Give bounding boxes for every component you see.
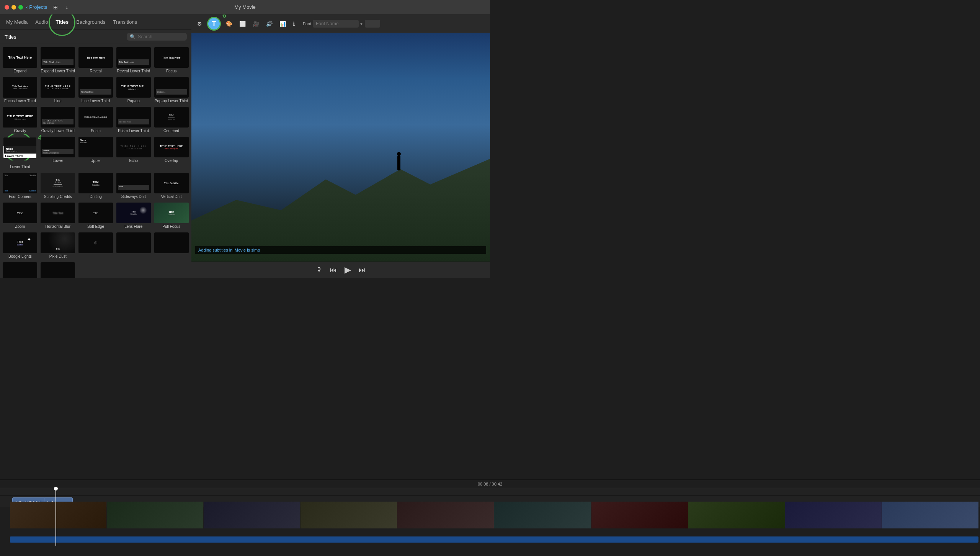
tab-titles[interactable]: Titles [56,18,69,26]
extra5-thumb [41,262,75,278]
boogie-thumb: Title Subtitle ✦ [3,232,37,253]
title-item-expand[interactable]: Title Text Here Expand [2,46,39,75]
tab-transitions[interactable]: Transitions [113,18,137,26]
toolbar-camera-button[interactable]: 🎥 [251,20,261,28]
toolbar-settings-button[interactable]: ⚙ [195,20,204,28]
vertical-drift-thumb: Title Subtitle [154,173,189,193]
toolbar-audio-button[interactable]: 🔊 [264,20,274,28]
title-item-expand-lower[interactable]: Title Text Here Expand Lower Third [39,46,77,75]
maximize-button[interactable] [18,5,23,10]
close-button[interactable] [5,5,9,10]
pixie-thumb: Title [41,232,75,253]
title-item-extra3[interactable] [153,231,190,260]
skip-back-button[interactable]: ⏮ [330,266,337,274]
title-item-focus[interactable]: Title Text Here Focus [153,46,190,75]
title-item-horizontal-blur[interactable]: Title Text Horizontal Blur [39,201,77,230]
tab-audio[interactable]: Audio [35,18,48,26]
prism-label: Prism [91,129,101,133]
titles-tab-wrapper: 3 Titles [56,18,69,26]
toolbar-info-button[interactable]: ℹ [291,20,297,28]
search-icon: 🔍 [130,34,136,39]
title-item-sideways[interactable]: Title — — — Sideways Drift [115,171,152,200]
title-item-centered[interactable]: Title — — — Centered [153,105,190,134]
title-item-lower-third[interactable]: 4 Name Description Lower Third [2,135,39,170]
title-item-upper[interactable]: Name title text Upper [77,135,114,170]
title-item-focus-lower[interactable]: Title Text Here Title Text Here Focus Lo… [2,75,39,105]
projects-back-button[interactable]: ‹ Projects [26,4,47,10]
title-item-prism-lower[interactable]: Title Text Here Prism Lower Third [115,105,152,134]
font-dropdown-arrow[interactable]: ▼ [359,22,363,26]
toggle-filmstrip-button[interactable]: ⊞ [52,3,59,11]
font-label: Font [303,21,311,26]
title-item-reveal[interactable]: Title Text Here Reveal [77,46,114,75]
tab-my-media[interactable]: My Media [6,18,28,26]
right-toolbar: ⚙ 6 T 🎨 ⬜ 🎥 🔊 📊 ℹ Font ▼ [191,15,490,33]
title-item-line-lower[interactable]: Title Text Here Line Lower Third [77,75,114,105]
download-button[interactable]: ↓ [64,3,70,11]
lower-label: Lower [53,159,63,163]
title-item-reveal-lower[interactable]: Title Text Here Reveal Lower Third [115,46,152,75]
text-format-button[interactable]: T [207,17,221,31]
title-item-zoom[interactable]: Title Zoom [2,201,39,230]
line-lower-label: Line Lower Third [82,99,110,103]
popup-lower-thumb: title text ... [154,77,189,98]
title-item-drifting[interactable]: Title Subtitle Drifting [77,171,114,200]
skip-forward-button[interactable]: ⏭ [359,266,366,274]
title-item-boogie[interactable]: Title Subtitle ✦ Boogie Lights [2,231,39,260]
step6-badge: 6 [222,15,226,20]
title-item-popup[interactable]: TITLE TEXT ME... title text ... Pop-up [115,75,152,105]
sideways-thumb: Title — — — [116,173,151,193]
title-item-popup-lower[interactable]: title text ... Pop-up Lower Third [153,75,190,105]
soft-edge-thumb: Title [78,203,113,223]
search-input[interactable] [138,34,184,39]
title-item-line[interactable]: TITLE TEXT HERE TITLE TEXT HERE Line [39,75,77,105]
prism-lower-label: Prism Lower Third [118,129,149,133]
extra2-thumb [116,232,151,253]
extra1-thumb: ⊕ [78,232,113,253]
lower-third-label: Lower Third [10,165,30,169]
video-preview: Adding subtitles in iMovie is simp [191,33,490,262]
tab-backgrounds[interactable]: Backgrounds [76,18,105,26]
focus-lower-thumb: Title Text Here Title Text Here [3,77,37,98]
expand-label: Expand [13,69,26,73]
title-item-extra1[interactable]: ⊕ [77,231,114,260]
projects-label: Projects [29,4,47,10]
titles-grid: Title Text Here Expand Title Text Here E… [0,44,191,278]
title-item-vertical-drift[interactable]: Title Subtitle Vertical Drift [153,171,190,200]
title-item-lower[interactable]: Name Name/Description Lower [39,135,77,170]
title-item-overlap[interactable]: TITLE TEXT HERE Red Description Overlap [153,135,190,170]
title-item-gravity[interactable]: TITLE TEXT HERE title text here Gravity [2,105,39,134]
echo-thumb: Title Text Here Title Text Here [116,137,151,157]
overlap-label: Overlap [165,159,178,163]
title-item-lens-flare[interactable]: Title Subtitle Lens Flare [115,201,152,230]
title-item-echo[interactable]: Title Text Here Title Text Here Echo [115,135,152,170]
toolbar-theme-button[interactable]: 🎨 [224,20,234,28]
popup-lower-label: Pop-up Lower Third [155,99,188,103]
play-button[interactable]: ▶ [345,265,351,275]
vertical-drift-label: Vertical Drift [161,195,182,199]
search-box: 🔍 [127,33,187,41]
scrolling-thumb: Title Subtitle — credits — [41,173,75,193]
font-name-input[interactable] [313,20,359,28]
minimize-button[interactable] [11,5,16,10]
title-item-soft-edge[interactable]: Title Soft Edge [77,201,114,230]
reveal-label: Reveal [90,69,101,73]
title-item-pixie[interactable]: Title Pixie Dust [39,231,77,260]
title-item-four-corners[interactable]: Title Subtitle Title Subtitle Four Corne… [2,171,39,200]
scrolling-label: Scrolling Credits [44,195,72,199]
title-item-extra5[interactable] [39,261,77,278]
toolbar-chart-button[interactable]: 📊 [278,20,288,28]
title-item-pull-focus[interactable]: Title Subtitle Pull Focus [153,201,190,230]
font-name-dropdown[interactable]: ▼ [313,20,363,28]
mic-button[interactable]: 🎙 [316,267,322,273]
title-item-gravity-lower[interactable]: TITLE TEXT HERE title text here Gravity … [39,105,77,134]
font-size-input[interactable]: 56 [365,20,380,28]
title-item-extra4[interactable] [2,261,39,278]
title-item-scrolling[interactable]: Title Subtitle — credits — Scrolling Cre… [39,171,77,200]
title-item-extra2[interactable] [115,231,152,260]
playback-controls: 🎙 ⏮ ▶ ⏭ [191,262,490,278]
title-item-prism[interactable]: TITLE TEXT HERE Prism [77,105,114,134]
pull-focus-label: Pull Focus [162,224,180,229]
toolbar-crop-button[interactable]: ⬜ [237,20,248,28]
prism-thumb: TITLE TEXT HERE [78,107,113,128]
